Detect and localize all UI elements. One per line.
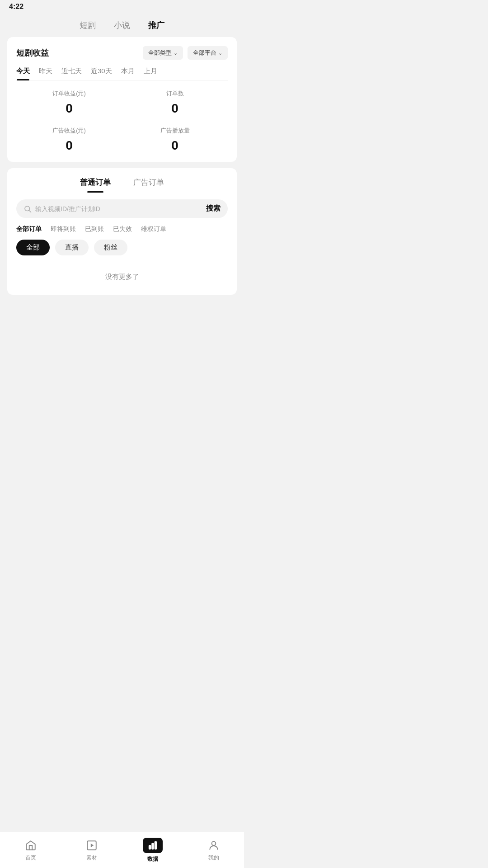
stat-ad-revenue-label: 广告收益(元) [16,127,122,135]
filter-type-btn[interactable]: 全部类型 ⌄ [143,46,183,60]
tab-ad-order[interactable]: 广告订单 [133,177,164,192]
nav-promotion[interactable]: 推广 [148,20,164,31]
stat-order-revenue-label: 订单收益(元) [16,90,122,98]
stat-ad-plays-value: 0 [122,138,228,153]
stat-ad-revenue: 广告收益(元) 0 [16,127,122,153]
status-filter-dispute[interactable]: 维权订单 [141,225,166,233]
stat-order-count: 订单数 0 [122,90,228,116]
tag-btn-live[interactable]: 直播 [55,240,89,255]
tag-btn-fans[interactable]: 粉丝 [94,240,127,255]
revenue-card: 短剧收益 全部类型 ⌄ 全部平台 ⌄ 今天 昨天 近七天 近30天 本月 上月 … [7,37,237,162]
empty-state: 没有更多了 [16,264,228,286]
stats-grid: 订单收益(元) 0 订单数 0 广告收益(元) 0 广告播放量 0 [16,90,228,153]
period-tabs: 今天 昨天 近七天 近30天 本月 上月 [16,67,228,80]
order-card: 普通订单 广告订单 搜索 全部订单 即将到账 已到账 已失效 维权订单 全部 直… [7,168,237,295]
revenue-header: 短剧收益 全部类型 ⌄ 全部平台 ⌄ [16,46,228,60]
filter-type-label: 全部类型 [148,49,172,57]
period-tab-30days[interactable]: 近30天 [91,67,112,80]
nav-novel[interactable]: 小说 [114,20,130,31]
revenue-title: 短剧收益 [16,47,49,58]
status-bar: 4:22 [0,0,244,14]
nav-short-drama[interactable]: 短剧 [80,20,96,31]
stat-ad-plays-label: 广告播放量 [122,127,228,135]
filter-row: 全部类型 ⌄ 全部平台 ⌄ [143,46,228,60]
chevron-down-icon-2: ⌄ [218,50,222,56]
tab-normal-order[interactable]: 普通订单 [80,177,111,192]
stat-ad-revenue-value: 0 [16,138,122,153]
search-row: 搜索 [16,199,228,218]
svg-line-1 [29,210,31,212]
status-filter-expired[interactable]: 已失效 [113,225,132,233]
chevron-down-icon-1: ⌄ [174,50,178,56]
search-input[interactable] [35,205,199,212]
status-filter-incoming[interactable]: 即将到账 [51,225,76,233]
period-tab-thismonth[interactable]: 本月 [121,67,135,80]
order-tabs: 普通订单 广告订单 [16,177,228,192]
stat-order-count-label: 订单数 [122,90,228,98]
status-filter-row: 全部订单 即将到账 已到账 已失效 维权订单 [16,225,228,233]
stat-order-revenue-value: 0 [16,101,122,116]
stat-ad-plays: 广告播放量 0 [122,127,228,153]
tag-btn-all[interactable]: 全部 [16,240,50,255]
period-tab-lastmonth[interactable]: 上月 [144,67,157,80]
period-tab-7days[interactable]: 近七天 [61,67,82,80]
stat-order-count-value: 0 [122,101,228,116]
stat-order-revenue: 订单收益(元) 0 [16,90,122,116]
period-tab-today[interactable]: 今天 [16,67,30,80]
top-nav: 短剧 小说 推广 [0,14,244,37]
filter-platform-label: 全部平台 [193,49,216,57]
status-time: 4:22 [9,3,23,11]
period-tab-yesterday[interactable]: 昨天 [39,67,52,80]
status-filter-all[interactable]: 全部订单 [16,225,42,233]
search-button[interactable]: 搜索 [202,204,221,213]
search-icon [23,205,32,213]
filter-platform-btn[interactable]: 全部平台 ⌄ [188,46,228,60]
tag-filter-row: 全部 直播 粉丝 [16,240,228,255]
status-filter-arrived[interactable]: 已到账 [85,225,104,233]
